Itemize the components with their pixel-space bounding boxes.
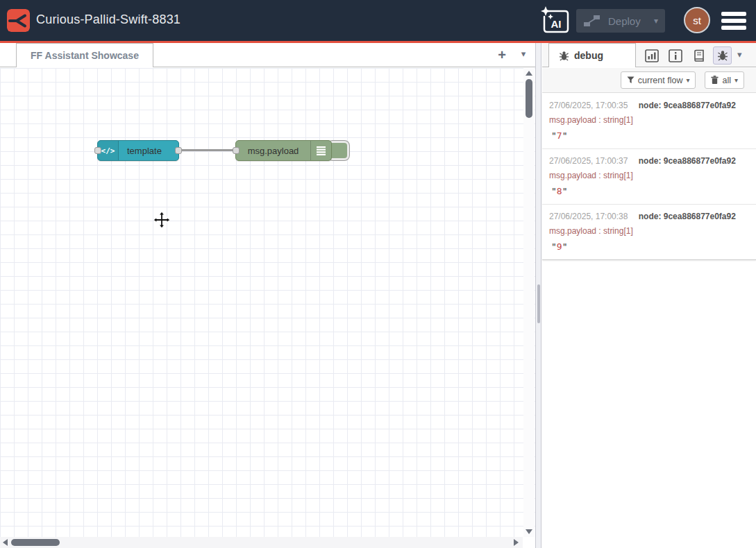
trash-icon	[711, 76, 719, 85]
sidebar-tabs-caret-icon[interactable]: ▾	[737, 49, 742, 60]
sparkle-icon	[541, 6, 551, 16]
deploy-button[interactable]: Deploy ▾	[576, 9, 665, 33]
clear-scope-label: all	[722, 76, 731, 85]
move-cursor-icon	[153, 211, 170, 229]
header: Curious-Pallid-Swift-8831 AI Deploy ▾ st	[0, 0, 756, 41]
debug-node-label: msg.payload	[236, 146, 310, 156]
debug-lines-icon	[310, 141, 331, 160]
flowfuse-logo-icon	[7, 9, 30, 32]
message-timestamp: 27/06/2025, 17:00:37	[549, 156, 628, 166]
debug-message[interactable]: 27/06/2025, 17:00:37 node: 9cea886877e0f…	[542, 149, 756, 205]
scroll-left-arrow-icon[interactable]	[3, 539, 8, 546]
canvas-horizontal-scrollbar[interactable]	[0, 537, 523, 548]
scroll-right-arrow-icon[interactable]	[514, 539, 519, 546]
message-timestamp: 27/06/2025, 17:00:35	[549, 101, 628, 110]
node-wire[interactable]	[176, 149, 239, 151]
add-flow-button[interactable]: +	[494, 47, 510, 62]
workspace: FF Assistant Showcase + ▾ </> template m…	[0, 43, 535, 548]
vertical-scroll-thumb[interactable]	[526, 79, 532, 118]
tab-dashboard[interactable]	[642, 46, 661, 65]
book-icon	[692, 49, 706, 62]
canvas-vertical-scrollbar[interactable]	[523, 68, 535, 537]
tab-info[interactable]	[666, 46, 684, 65]
tab-debug[interactable]: debug	[548, 43, 636, 67]
menu-bar	[721, 19, 746, 23]
horizontal-scroll-thumb[interactable]	[11, 539, 60, 546]
workspace-title: Curious-Pallid-Swift-8831	[36, 12, 180, 27]
info-icon	[669, 49, 682, 62]
scroll-down-arrow-icon[interactable]	[526, 529, 532, 534]
debug-message[interactable]: 27/06/2025, 17:00:35 node: 9cea886877e0f…	[542, 94, 756, 149]
debug-toolbar: current flow ▾ all ▾	[542, 68, 756, 93]
tab-help[interactable]	[689, 46, 708, 65]
debug-sidebar: debug	[542, 43, 756, 548]
deploy-nodes-icon	[583, 15, 601, 26]
ai-assistant-button[interactable]: AI	[539, 6, 572, 37]
debug-tab-label: debug	[574, 50, 603, 61]
bug-icon	[717, 50, 728, 61]
message-node-id: node: 9cea886877e0fa92	[639, 156, 736, 166]
bug-icon	[559, 51, 569, 61]
message-node-id: node: 9cea886877e0fa92	[639, 212, 736, 221]
template-node-label: template	[119, 146, 162, 156]
flow-tab-bar: FF Assistant Showcase + ▾	[0, 43, 535, 67]
flow-tab-active[interactable]: FF Assistant Showcase	[16, 43, 153, 67]
filter-label: current flow	[638, 76, 683, 85]
message-property-type[interactable]: msg.payload : string[1]	[549, 226, 749, 236]
template-input-port[interactable]	[94, 147, 101, 154]
template-output-port[interactable]	[175, 147, 182, 154]
debug-node[interactable]: msg.payload	[235, 140, 332, 161]
sidebar-separator[interactable]	[535, 43, 541, 548]
debug-filter-button[interactable]: current flow ▾	[621, 71, 696, 89]
svg-text:AI: AI	[551, 18, 562, 30]
user-avatar[interactable]: st	[684, 7, 710, 33]
flow-canvas[interactable]: </> template msg.payload	[0, 68, 535, 537]
clear-caret-icon: ▾	[734, 76, 738, 84]
filter-caret-icon: ▾	[686, 76, 689, 84]
flow-list-caret-icon[interactable]: ▾	[516, 49, 530, 62]
main-menu-button[interactable]	[721, 12, 746, 30]
tab-debug-icon[interactable]	[713, 46, 732, 65]
bar-chart-icon	[645, 49, 659, 62]
deploy-options-caret-icon[interactable]: ▾	[647, 16, 658, 26]
message-property-type[interactable]: msg.payload : string[1]	[549, 115, 749, 125]
debug-input-port[interactable]	[233, 147, 240, 154]
message-timestamp: 27/06/2025, 17:00:38	[549, 212, 628, 221]
message-value[interactable]: "8"	[549, 186, 749, 196]
menu-bar	[721, 26, 746, 30]
separator-grip[interactable]	[537, 284, 540, 323]
node-red-window: Curious-Pallid-Swift-8831 AI Deploy ▾ st	[0, 0, 756, 548]
debug-message[interactable]: 27/06/2025, 17:00:38 node: 9cea886877e0f…	[542, 205, 756, 259]
debug-clear-button[interactable]: all ▾	[705, 71, 744, 89]
debug-message-list: 27/06/2025, 17:00:35 node: 9cea886877e0f…	[542, 94, 756, 260]
filter-funnel-icon	[627, 76, 635, 84]
deploy-label: Deploy	[608, 15, 641, 27]
message-value[interactable]: "7"	[549, 130, 749, 141]
message-property-type[interactable]: msg.payload : string[1]	[549, 171, 749, 180]
message-value[interactable]: "9"	[549, 241, 749, 252]
scroll-up-arrow-icon[interactable]	[526, 71, 532, 76]
message-node-id: node: 9cea886877e0fa92	[639, 101, 736, 110]
template-node[interactable]: </> template	[97, 140, 179, 161]
sidebar-tab-bar: debug	[542, 43, 756, 67]
menu-bar	[721, 12, 746, 16]
